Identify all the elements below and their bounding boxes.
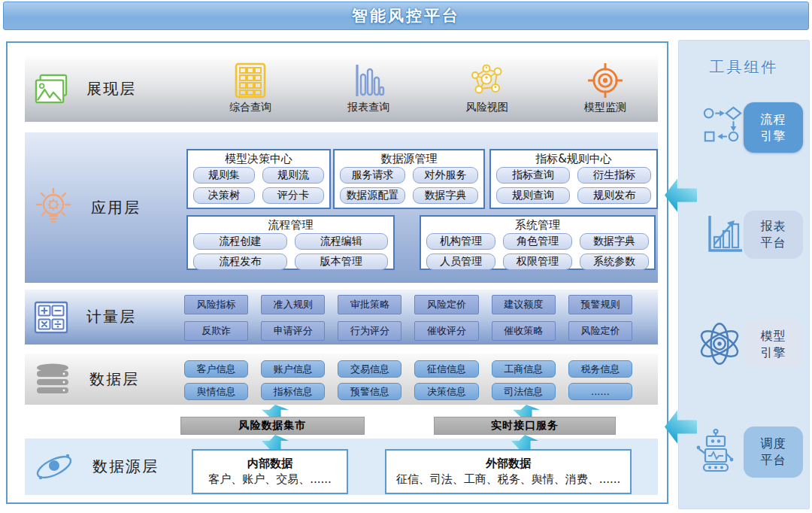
app-module-button[interactable]: 对外服务 (413, 167, 478, 184)
presentation-item-label: 模型监测 (584, 101, 626, 114)
flowchart-icon (701, 105, 744, 147)
measurement-chip[interactable]: 建议额度 (492, 295, 556, 314)
app-module-button[interactable]: 人员管理 (426, 253, 495, 270)
measurement-chip[interactable]: 催收策略 (492, 321, 556, 341)
data-chip[interactable]: 工商信息 (492, 360, 556, 378)
measurement-chip[interactable]: 风险定价 (568, 321, 632, 341)
database-icon (34, 362, 71, 396)
external-data-detail: 征信、司法、工商、税务、舆情、消费、...... (396, 472, 621, 487)
app-module-button[interactable]: 评分卡 (262, 187, 324, 204)
presentation-layer-band: 展现层 综合 (25, 56, 658, 122)
app-module-button[interactable]: 决策树 (193, 187, 255, 204)
app-module-button[interactable]: 数据源配置 (340, 187, 405, 204)
data-chip[interactable]: 账户信息 (261, 360, 325, 378)
measurement-chip[interactable]: 风险定价 (414, 295, 478, 314)
data-chip[interactable]: 征信信息 (414, 360, 478, 378)
data-chip[interactable]: ...... (568, 383, 632, 400)
app-module-button[interactable]: 版本管理 (295, 253, 389, 270)
main-panel: 展现层 综合 (6, 41, 668, 504)
application-layer-band: 应用层 模型决策中心 规则集 规则流 决策树 评分卡 数据源管理 服务请求 对外… (25, 132, 658, 283)
tool-button-process-engine[interactable]: 流程引擎 (744, 102, 803, 153)
group-title: 流程管理 (188, 217, 393, 232)
measurement-chip[interactable]: 风险指标 (184, 295, 248, 314)
internal-data-detail: 客户、账户、交易、...... (208, 472, 332, 487)
presentation-items: 综合查询 报表查询 (205, 62, 650, 117)
presentation-item-query[interactable]: 综合查询 (205, 62, 295, 117)
external-data-title: 外部数据 (486, 457, 531, 471)
pictures-icon (34, 74, 68, 105)
realtime-interface-bar: 实时接口服务 (434, 417, 616, 435)
measurement-chip[interactable]: 准入规则 (261, 295, 325, 314)
presentation-item-label: 综合查询 (229, 101, 271, 114)
presentation-item-label: 风险视图 (466, 101, 508, 114)
measurement-chip[interactable]: 反欺诈 (184, 321, 248, 341)
presentation-item-label: 报表查询 (347, 101, 389, 114)
tool-button-report-platform[interactable]: 报表平台 (744, 211, 803, 259)
galaxy-icon (34, 449, 74, 485)
data-chip[interactable]: 客户信息 (184, 360, 248, 378)
group-datasource-management: 数据源管理 服务请求 对外服务 数据源配置 数据字典 (333, 149, 485, 209)
data-chip[interactable]: 舆情信息 (184, 383, 248, 400)
group-model-decision-center: 模型决策中心 规则集 规则流 决策树 评分卡 (186, 149, 331, 209)
group-title: 指标&规则中心 (491, 151, 656, 166)
app-module-button[interactable]: 数据字典 (413, 187, 478, 204)
calculator-icon (34, 301, 68, 334)
app-module-button[interactable]: 角色管理 (503, 233, 572, 250)
group-system-management: 系统管理 机构管理 角色管理 数据字典 人员管理 权限管理 系统参数 (420, 215, 656, 270)
application-layer-label: 应用层 (31, 132, 141, 283)
group-title: 模型决策中心 (188, 151, 329, 166)
tool-button-model-engine[interactable]: 模型引擎 (744, 320, 803, 369)
app-module-button[interactable]: 指标查询 (496, 167, 570, 184)
measurement-chip[interactable]: 预警规则 (568, 295, 632, 314)
data-layer-band: 数据层 客户信息 账户信息 交易信息 征信信息 工商信息 税务信息 舆情信息 指… (25, 354, 658, 405)
bulb-gear-icon (34, 187, 73, 229)
app-module-button[interactable]: 规则集 (193, 167, 255, 184)
app-module-button[interactable]: 数据字典 (580, 233, 649, 250)
tool-button-scheduler-platform[interactable]: 调度平台 (744, 426, 803, 478)
measurement-chip[interactable]: 申请评分 (261, 321, 325, 341)
up-arrow (513, 405, 540, 417)
presentation-item-report[interactable]: 报表查询 (323, 62, 414, 117)
up-arrow (262, 405, 289, 417)
risk-network-icon (469, 62, 505, 99)
app-module-button[interactable]: 流程创建 (193, 233, 287, 250)
data-chip[interactable]: 司法信息 (492, 383, 556, 400)
tools-sidebar: 工具组件 流程引擎 (678, 40, 810, 509)
app-module-button[interactable]: 规则查询 (496, 187, 570, 204)
app-module-button[interactable]: 权限管理 (503, 253, 572, 270)
measurement-chip[interactable]: 行为评分 (338, 321, 401, 341)
app-module-button[interactable]: 机构管理 (426, 233, 495, 250)
grid-icon (234, 62, 267, 99)
data-chip[interactable]: 预警信息 (338, 383, 401, 400)
data-layer-items: 客户信息 账户信息 交易信息 征信信息 工商信息 税务信息 舆情信息 指标信息 … (184, 360, 632, 400)
data-chip[interactable]: 指标信息 (261, 383, 325, 400)
presentation-item-risk-view[interactable]: 风险视图 (442, 62, 532, 117)
app-module-button[interactable]: 流程编辑 (295, 233, 389, 250)
measurement-chip[interactable]: 催收评分 (414, 321, 478, 341)
platform-architecture-diagram: 智能风控平台 展现层 (0, 0, 812, 513)
group-process-management: 流程管理 流程创建 流程编辑 流程发布 版本管理 (186, 215, 395, 270)
presentation-item-model-monitor[interactable]: 模型监测 (560, 62, 650, 117)
robot-icon (694, 427, 738, 475)
risk-data-mart-bar: 风险数据集市 (180, 417, 365, 435)
report-chart-icon (703, 212, 745, 257)
external-data-box: 外部数据 征信、司法、工商、税务、舆情、消费、...... (385, 449, 632, 494)
measurement-items: 风险指标 准入规则 审批策略 风险定价 建议额度 预警规则 反欺诈 申请评分 行… (184, 295, 632, 341)
internal-data-title: 内部数据 (247, 457, 292, 471)
app-module-button[interactable]: 规则发布 (577, 187, 651, 204)
app-module-button[interactable]: 系统参数 (580, 253, 649, 270)
datasource-layer-label: 数据源层 (31, 439, 159, 495)
measurement-chip[interactable]: 审批策略 (338, 295, 401, 314)
app-module-button[interactable]: 流程发布 (193, 253, 287, 270)
data-chip[interactable]: 决策信息 (414, 383, 478, 400)
banner-title: 智能风控平台 (3, 2, 809, 30)
app-module-button[interactable]: 规则流 (262, 167, 324, 184)
data-chip[interactable]: 税务信息 (568, 360, 632, 378)
bar-chart-icon (352, 62, 385, 99)
app-module-button[interactable]: 服务请求 (340, 167, 405, 184)
data-chip[interactable]: 交易信息 (338, 360, 401, 378)
target-icon (587, 62, 623, 99)
measurement-layer-band: 计量层 风险指标 准入规则 审批策略 风险定价 建议额度 预警规则 反欺诈 申请… (25, 290, 658, 345)
presentation-layer-label: 展现层 (31, 56, 136, 122)
app-module-button[interactable]: 衍生指标 (577, 167, 651, 184)
